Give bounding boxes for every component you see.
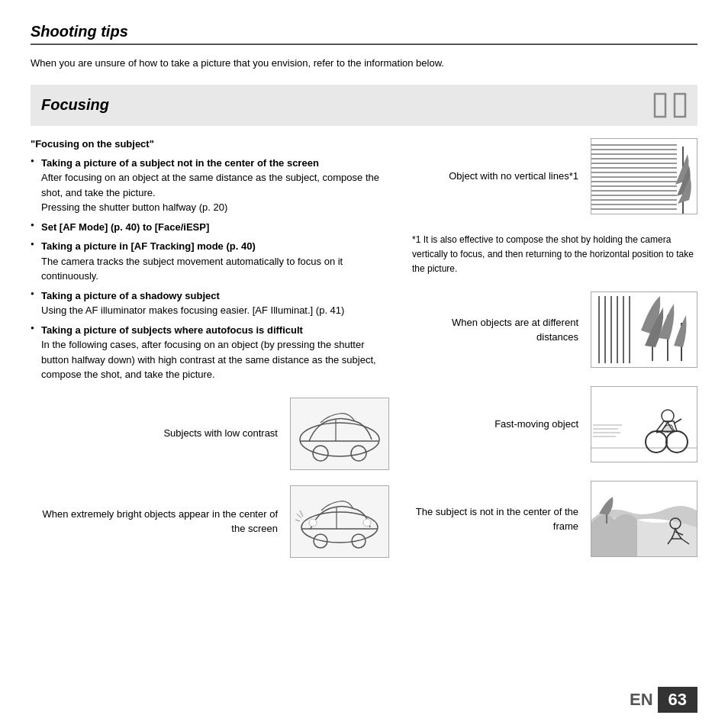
bullet-subtext: Pressing the shutter button halfway (p. … xyxy=(41,201,227,213)
bright-car-illustration xyxy=(294,489,385,554)
image-hlines xyxy=(591,138,697,214)
bottom-image-row-1: Subjects with low contrast xyxy=(31,398,389,470)
svg-rect-1 xyxy=(675,94,685,117)
bottom-image-row-2: When extremely bright objects appear in … xyxy=(31,485,389,558)
label-low-contrast: Subjects with low contrast xyxy=(31,426,278,441)
section-header: Focusing xyxy=(31,85,697,126)
distances-illustration xyxy=(591,292,697,367)
image-fast xyxy=(591,386,697,462)
list-item: Taking a picture of subjects where autof… xyxy=(31,323,389,382)
image-low-contrast xyxy=(290,398,389,470)
image-not-center xyxy=(591,481,697,557)
page-footer: EN 63 xyxy=(630,687,697,713)
bullet-bold: Taking a picture of a shadowy subject xyxy=(41,290,220,301)
language-label: EN xyxy=(630,690,653,710)
page-number: 63 xyxy=(658,687,697,713)
bullet-bold: Taking a picture in [AF Tracking] mode (… xyxy=(41,240,256,252)
two-col-layout: "Focusing on the subject" Taking a pictu… xyxy=(31,138,697,576)
image-block-not-center: The subject is not in the center of the … xyxy=(412,481,697,557)
list-item: Taking a picture in [AF Tracking] mode (… xyxy=(31,239,389,284)
image-block-distances: When objects are at different distances xyxy=(412,292,697,368)
bullet-list: Taking a picture of a subject not in the… xyxy=(31,156,389,382)
svg-line-16 xyxy=(300,511,303,517)
list-item: Set [AF Mode] (p. 40) to [Face/iESP] xyxy=(31,220,389,235)
bottom-images: Subjects with low contrast xyxy=(31,398,389,558)
bullet-bold: Taking a picture of subjects where autof… xyxy=(41,324,303,336)
svg-line-15 xyxy=(295,520,300,521)
image-bright-objects xyxy=(290,485,389,558)
subject-not-center-illustration xyxy=(591,482,697,556)
label-bright-objects: When extremely bright objects appear in … xyxy=(31,507,278,536)
list-item: Taking a picture of a subject not in the… xyxy=(31,156,389,215)
label-fast-moving: Fast-moving object xyxy=(412,417,578,432)
bullet-bold: Taking a picture of a subject not in the… xyxy=(41,157,319,169)
section-title: Focusing xyxy=(41,96,109,114)
subheading: "Focusing on the subject" xyxy=(31,138,389,150)
svg-rect-44 xyxy=(591,387,697,462)
label-no-vertical-lines: Object with no vertical lines*1 xyxy=(412,169,578,184)
right-column: Object with no vertical lines*1 xyxy=(404,138,697,576)
label-different-distances: When objects are at different distances xyxy=(412,315,578,345)
label-not-center: The subject is not in the center of the … xyxy=(412,504,578,534)
svg-line-14 xyxy=(297,514,301,518)
svg-point-12 xyxy=(309,519,317,527)
image-distances xyxy=(591,292,697,368)
motorcycle-illustration xyxy=(591,387,697,462)
hlines-illustration xyxy=(591,139,697,214)
left-column: "Focusing on the subject" Taking a pictu… xyxy=(31,138,404,576)
list-item: Taking a picture of a shadowy subject Us… xyxy=(31,288,389,318)
bullet-text: In the following cases, after focusing o… xyxy=(41,339,376,380)
page: Shooting tips When you are unsure of how… xyxy=(0,0,728,728)
car-illustration xyxy=(294,401,385,466)
bullet-text: After focusing on an object at the same … xyxy=(41,172,379,198)
bullet-text: The camera tracks the subject movement a… xyxy=(41,256,343,282)
bullet-text: Using the AF illuminator makes focusing … xyxy=(41,304,344,316)
intro-text: When you are unsure of how to take a pic… xyxy=(31,56,697,71)
svg-point-7 xyxy=(301,512,378,543)
focus-frame-icon xyxy=(653,92,687,118)
svg-rect-0 xyxy=(655,94,665,117)
bullet-bold: Set [AF Mode] (p. 40) to [Face/iESP] xyxy=(41,221,209,233)
svg-point-13 xyxy=(363,519,371,527)
footnote: *1 It is also effective to compose the s… xyxy=(412,233,697,277)
svg-point-2 xyxy=(300,423,379,456)
page-title: Shooting tips xyxy=(31,23,697,45)
image-block-hlines: Object with no vertical lines*1 xyxy=(412,138,697,214)
image-block-fast: Fast-moving object xyxy=(412,386,697,462)
footnote-marker: *1 xyxy=(412,234,424,245)
footnote-text: It is also effective to compose the shot… xyxy=(412,234,694,274)
